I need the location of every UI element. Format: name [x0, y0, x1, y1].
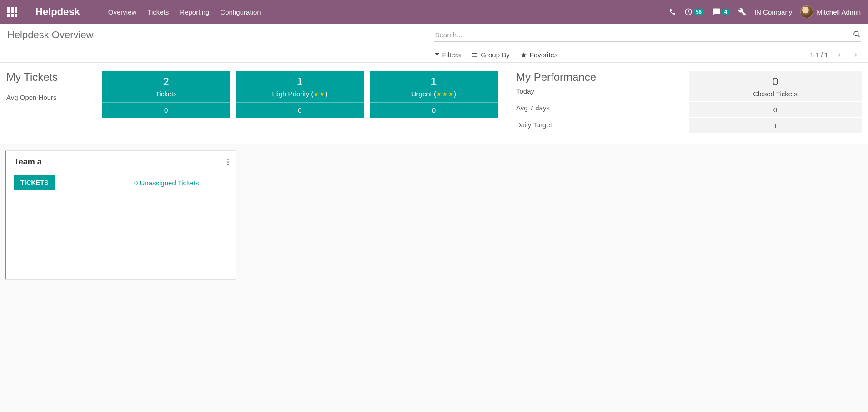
pager-prev[interactable] — [834, 51, 844, 59]
cp-right: 1-1 / 1 — [810, 51, 861, 59]
stat-bottom: 0 — [102, 103, 230, 118]
closed-label: Closed Tickets — [692, 90, 858, 98]
page-title: Helpdesk Overview — [7, 29, 94, 41]
daily-target-label: Daily Target — [516, 121, 680, 129]
user-menu[interactable]: Mitchell Admin — [800, 5, 861, 18]
cp-row-top: Helpdesk Overview — [7, 28, 861, 42]
my-tickets-labels: My Tickets Avg Open Hours — [6, 71, 93, 133]
avg-open-hours-label: Avg Open Hours — [6, 94, 93, 101]
tickets-button[interactable]: TICKETS — [14, 175, 55, 190]
stat-value: 1 — [239, 75, 360, 88]
svg-line-2 — [858, 35, 859, 37]
groupby-label: Group By — [481, 51, 509, 59]
stat-bottom: 0 — [370, 103, 498, 118]
stat-card-urgent[interactable]: 1 Urgent (★★★) 0 — [370, 71, 498, 118]
messages-icon[interactable]: 4 — [712, 8, 730, 16]
unassigned-link[interactable]: 0 Unassigned Tickets — [134, 179, 199, 187]
search-input[interactable] — [434, 28, 861, 42]
stat-label: High Priority (★★) — [239, 90, 360, 98]
control-panel: Helpdesk Overview Filters Group By Favor… — [0, 24, 868, 63]
avatar — [800, 5, 813, 18]
kanban-area: Team a TICKETS 0 Unassigned Tickets — [0, 144, 868, 286]
apps-icon[interactable] — [7, 7, 17, 17]
stat-card-tickets[interactable]: 2 Tickets 0 — [102, 71, 230, 118]
stat-label: Urgent (★★★) — [373, 90, 494, 98]
filters-label: Filters — [442, 51, 461, 59]
performance-heading: My Performance — [516, 71, 680, 84]
avg7-value: 0 — [689, 102, 862, 117]
stat-value: 1 — [373, 75, 494, 88]
favorites-button[interactable]: Favorites — [521, 51, 558, 59]
star-icon: ★★★ — [436, 90, 454, 98]
stat-value: 2 — [105, 75, 226, 88]
pager-next[interactable] — [851, 51, 861, 59]
dashboard: My Tickets Avg Open Hours 2 Tickets 0 1 … — [0, 63, 868, 144]
navbar-left: Helpdesk Overview Tickets Reporting Conf… — [7, 6, 266, 18]
closed-value: 0 — [692, 75, 858, 88]
team-name: Team a — [14, 157, 228, 167]
today-label: Today — [516, 87, 680, 95]
kanban-actions: TICKETS 0 Unassigned Tickets — [14, 175, 228, 190]
my-tickets-heading: My Tickets — [6, 71, 93, 84]
svg-rect-3 — [472, 53, 477, 54]
activity-badge: 56 — [693, 9, 704, 15]
messages-badge: 4 — [722, 9, 730, 15]
performance-labels: My Performance Today Avg 7 days Daily Ta… — [507, 71, 680, 133]
phone-icon[interactable] — [669, 8, 676, 15]
nav-reporting[interactable]: Reporting — [174, 8, 215, 16]
performance-values: 0 Closed Tickets 0 1 — [689, 71, 862, 133]
closed-tickets-box[interactable]: 0 Closed Tickets — [689, 71, 862, 101]
nav-overview[interactable]: Overview — [103, 8, 142, 16]
star-icon: ★★ — [313, 90, 325, 98]
stat-label: Tickets — [105, 90, 226, 98]
kebab-menu-icon[interactable] — [227, 157, 229, 167]
svg-rect-5 — [472, 56, 477, 56]
nav-tickets[interactable]: Tickets — [142, 8, 174, 16]
groupby-button[interactable]: Group By — [472, 51, 509, 59]
favorites-label: Favorites — [530, 51, 558, 59]
filter-bar: Filters Group By Favorites — [434, 51, 558, 59]
svg-point-1 — [854, 31, 858, 36]
user-name: Mitchell Admin — [817, 8, 861, 16]
search-wrap — [434, 28, 861, 42]
nav-configuration[interactable]: Configuration — [215, 8, 266, 16]
target-value[interactable]: 1 — [689, 118, 862, 133]
company-selector[interactable]: IN Company — [754, 8, 792, 16]
team-card[interactable]: Team a TICKETS 0 Unassigned Tickets — [5, 150, 236, 280]
stat-bottom: 0 — [236, 103, 364, 118]
pager[interactable]: 1-1 / 1 — [810, 51, 828, 59]
svg-rect-4 — [472, 55, 477, 55]
activity-icon[interactable]: 56 — [684, 8, 704, 16]
cp-row-bottom: Filters Group By Favorites 1-1 / 1 — [7, 51, 861, 59]
avg7-label: Avg 7 days — [516, 104, 680, 112]
navbar-right: 56 4 IN Company Mitchell Admin — [669, 5, 861, 18]
navbar: Helpdesk Overview Tickets Reporting Conf… — [0, 0, 868, 24]
filters-button[interactable]: Filters — [434, 51, 461, 59]
nav-menu: Overview Tickets Reporting Configuration — [103, 8, 266, 16]
debug-icon[interactable] — [738, 8, 746, 16]
search-icon[interactable] — [853, 30, 861, 38]
stat-cards: 2 Tickets 0 1 High Priority (★★) 0 1 Urg… — [102, 71, 498, 133]
app-brand[interactable]: Helpdesk — [35, 6, 80, 18]
stat-card-high-priority[interactable]: 1 High Priority (★★) 0 — [236, 71, 364, 118]
